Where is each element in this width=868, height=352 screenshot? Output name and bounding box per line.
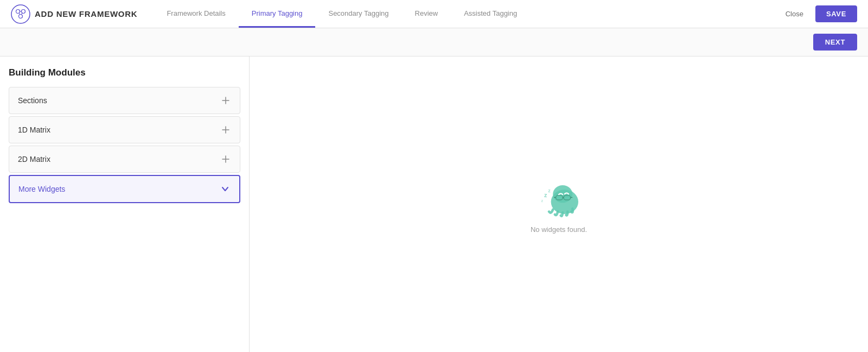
module-item-2d-matrix[interactable]: 2D Matrix bbox=[9, 146, 240, 173]
svg-text:z: z bbox=[548, 188, 551, 193]
module-item-1d-matrix[interactable]: 1D Matrix bbox=[9, 116, 240, 143]
page-title: ADD NEW FRAMEWORK bbox=[35, 9, 137, 18]
empty-state: z z z No widgets found. bbox=[531, 175, 587, 234]
sidebar: Building Modules Sections 1D Matrix 2D M… bbox=[0, 56, 250, 352]
tab-framework-details[interactable]: Framework Details bbox=[154, 0, 238, 28]
svg-text:z: z bbox=[541, 198, 544, 203]
sidebar-title: Building Modules bbox=[9, 67, 240, 78]
more-widgets-label: More Widgets bbox=[18, 185, 65, 193]
tab-assisted-tagging[interactable]: Assisted Tagging bbox=[451, 0, 530, 28]
module-label-sections: Sections bbox=[18, 96, 47, 105]
module-label-2d-matrix: 2D Matrix bbox=[18, 155, 50, 164]
module-item-sections[interactable]: Sections bbox=[9, 87, 240, 114]
empty-state-text: No widgets found. bbox=[531, 225, 587, 234]
module-label-1d-matrix: 1D Matrix bbox=[18, 125, 50, 134]
main-layout: Building Modules Sections 1D Matrix 2D M… bbox=[0, 56, 868, 352]
app-header: ADD NEW FRAMEWORK Framework Details Prim… bbox=[0, 0, 868, 28]
deep-logo-icon bbox=[11, 4, 30, 24]
svg-point-3 bbox=[19, 14, 23, 18]
logo-area: ADD NEW FRAMEWORK bbox=[11, 4, 137, 24]
svg-text:z: z bbox=[544, 191, 547, 198]
chevron-down-icon bbox=[220, 184, 231, 194]
tab-review[interactable]: Review bbox=[402, 0, 451, 28]
main-nav: Framework Details Primary Tagging Second… bbox=[154, 0, 780, 28]
add-1d-matrix-icon[interactable] bbox=[220, 124, 231, 135]
add-sections-icon[interactable] bbox=[220, 95, 231, 106]
add-2d-matrix-icon[interactable] bbox=[220, 154, 231, 165]
content-area: z z z No widgets found. bbox=[250, 56, 868, 352]
module-item-more-widgets[interactable]: More Widgets bbox=[9, 175, 240, 203]
close-button[interactable]: Close bbox=[780, 7, 809, 21]
header-actions: Close SAVE bbox=[780, 5, 857, 22]
tab-primary-tagging[interactable]: Primary Tagging bbox=[239, 0, 316, 28]
empty-state-illustration: z z z bbox=[534, 175, 583, 219]
sub-header: NEXT bbox=[0, 28, 868, 56]
next-button[interactable]: NEXT bbox=[813, 34, 857, 51]
tab-secondary-tagging[interactable]: Secondary Tagging bbox=[315, 0, 401, 28]
save-button[interactable]: SAVE bbox=[815, 5, 857, 22]
